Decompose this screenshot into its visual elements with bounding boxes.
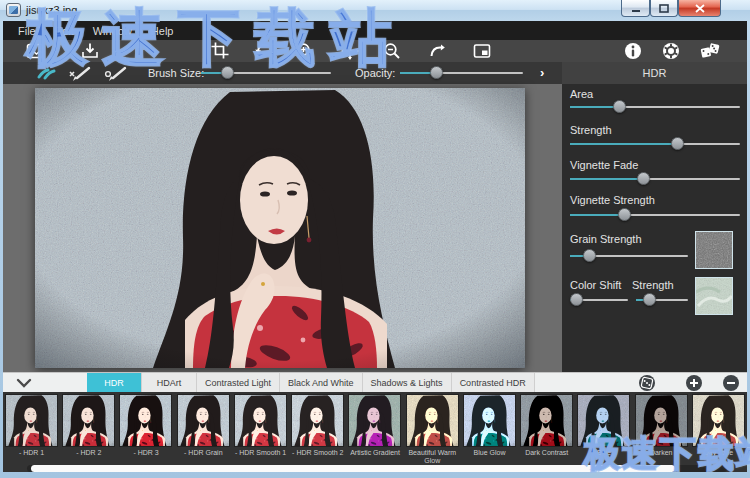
close-button[interactable]	[678, 0, 721, 17]
preset-label: Blue	[575, 449, 632, 457]
menu-item-file[interactable]: File	[18, 25, 36, 37]
color-shift-texture-preview[interactable]	[695, 277, 733, 315]
preset-thumbnail[interactable]	[692, 394, 745, 447]
preset-label: Beautiful Warm Glow	[404, 449, 461, 465]
menu-bar: FileEditWindowHelp	[3, 21, 747, 40]
preset-thumbnail[interactable]	[406, 394, 459, 447]
slider-fill	[570, 106, 619, 108]
preset-item[interactable]: Dark Contrast	[518, 392, 575, 462]
move-icon[interactable]	[340, 41, 360, 61]
preset-thumbnail[interactable]	[119, 394, 172, 447]
preset-thumbnail[interactable]	[577, 394, 630, 447]
tab-contrasted-hdr[interactable]: Contrasted HDR	[452, 373, 535, 393]
preset-label: - HDR Smooth 1	[232, 449, 289, 457]
preset-tabs: HDRHDArtContrasted LightBlack And WhiteS…	[87, 373, 535, 393]
info-icon[interactable]	[623, 41, 643, 61]
preset-label: - HDR 1	[3, 449, 60, 457]
main-photo[interactable]	[35, 88, 525, 368]
preset-item[interactable]: Artistic Gradient	[346, 392, 403, 462]
strength-slider[interactable]	[570, 137, 740, 151]
preset-label: Blue Glow	[461, 449, 518, 457]
tab-contrasted-light[interactable]: Contrasted Light	[197, 373, 280, 393]
rotate-right-icon[interactable]	[427, 41, 447, 61]
maximize-button[interactable]	[650, 0, 678, 17]
zoom-in-icon[interactable]	[295, 41, 315, 61]
preset-item[interactable]: Blue Glow	[461, 392, 518, 462]
slider-label: Grain Strength	[570, 233, 642, 245]
slider-fill	[570, 143, 677, 145]
zoom-out-icon[interactable]	[382, 41, 402, 61]
preset-item[interactable]: - HDR Smooth 2	[289, 392, 346, 462]
preset-thumbnail[interactable]	[463, 394, 516, 447]
tab-hdr[interactable]: HDR	[87, 373, 142, 393]
zoom-out-presets-icon[interactable]	[723, 375, 739, 391]
vignette-strength-slider[interactable]	[570, 208, 740, 222]
area-slider[interactable]	[570, 100, 740, 114]
preset-thumbnail[interactable]	[177, 394, 230, 447]
color-shift-strength-label: Strength	[632, 279, 674, 291]
smart-brush-icon[interactable]	[103, 64, 129, 82]
slider-thumb[interactable]	[671, 137, 684, 150]
preset-item[interactable]: Day Tone	[690, 392, 747, 462]
preset-thumbnail[interactable]	[291, 394, 344, 447]
slider-thumb[interactable]	[637, 172, 650, 185]
opacity-slider[interactable]	[400, 66, 523, 80]
slider-thumb[interactable]	[221, 66, 234, 79]
import-image-icon[interactable]	[80, 41, 100, 61]
random-dice-icon[interactable]	[700, 41, 720, 61]
preset-item[interactable]: Blue	[575, 392, 632, 462]
grain-texture-preview[interactable]	[695, 231, 733, 269]
preset-item[interactable]: - HDR 3	[117, 392, 174, 462]
brush-toolbar: Brush Size: Opacity: ›	[3, 62, 562, 84]
collapse-strip-button[interactable]	[13, 376, 35, 390]
slider-fill	[570, 178, 643, 180]
erase-brush-icon[interactable]	[67, 64, 93, 82]
preset-thumbnail[interactable]	[62, 394, 115, 447]
window-content: FileEditWindowHelp Brush Size: Op	[3, 21, 747, 472]
slider-thumb[interactable]	[430, 66, 443, 79]
preset-thumbnail[interactable]	[5, 394, 58, 447]
preset-thumbnail[interactable]	[520, 394, 573, 447]
tab-shadows-lights[interactable]: Shadows & Lights	[363, 373, 452, 393]
slider-thumb[interactable]	[643, 293, 656, 306]
open-image-icon[interactable]	[25, 41, 45, 61]
slider-thumb[interactable]	[618, 208, 631, 221]
preset-item[interactable]: - HDR 2	[60, 392, 117, 462]
slider-thumb[interactable]	[613, 100, 626, 113]
tab-black-and-white[interactable]: Black And White	[280, 373, 363, 393]
paint-brush-icon[interactable]	[33, 64, 59, 82]
slider-thumb[interactable]	[583, 249, 596, 262]
chevron-right-icon[interactable]: ›	[540, 65, 544, 80]
color-shift-slider[interactable]	[570, 293, 628, 307]
preset-strip: - HDR 1 - HDR 2	[3, 392, 747, 472]
preset-thumbnail[interactable]	[348, 394, 401, 447]
preset-thumbnail[interactable]	[234, 394, 287, 447]
preset-list: - HDR 1 - HDR 2	[3, 392, 747, 462]
horizontal-scrollbar-thumb[interactable]	[31, 465, 675, 472]
vignette-fade-slider[interactable]	[570, 172, 740, 186]
crop-icon[interactable]	[210, 41, 230, 61]
grain-strength-slider[interactable]	[570, 249, 688, 263]
menu-item-edit[interactable]: Edit	[55, 25, 74, 37]
menu-item-help[interactable]: Help	[151, 25, 174, 37]
random-preset-icon[interactable]	[639, 375, 655, 391]
settings-gear-icon[interactable]	[661, 41, 681, 61]
compare-icon[interactable]	[472, 41, 492, 61]
preset-item[interactable]: - HDR 1	[3, 392, 60, 462]
slider-thumb[interactable]	[570, 293, 583, 306]
preset-item[interactable]: - HDR Smooth 1	[232, 392, 289, 462]
zoom-in-presets-icon[interactable]	[686, 375, 702, 391]
brush-size-slider[interactable]	[201, 66, 331, 80]
app-window: jisuxz3.jpg FileEditWindowHelp Brush	[0, 0, 750, 478]
preset-label: - HDR Smooth 2	[289, 449, 346, 457]
menu-item-window[interactable]: Window	[93, 25, 132, 37]
preset-item[interactable]: Darken	[633, 392, 690, 462]
preset-item[interactable]: - HDR Grain	[175, 392, 232, 462]
color-shift-strength-slider[interactable]	[636, 293, 688, 307]
tab-hdart[interactable]: HDArt	[142, 373, 197, 393]
rotate-left-icon[interactable]	[253, 41, 273, 61]
preset-item[interactable]: Beautiful Warm Glow	[404, 392, 461, 462]
minimize-button[interactable]	[621, 0, 650, 17]
preset-label: - HDR 2	[60, 449, 117, 457]
preset-thumbnail[interactable]	[635, 394, 688, 447]
